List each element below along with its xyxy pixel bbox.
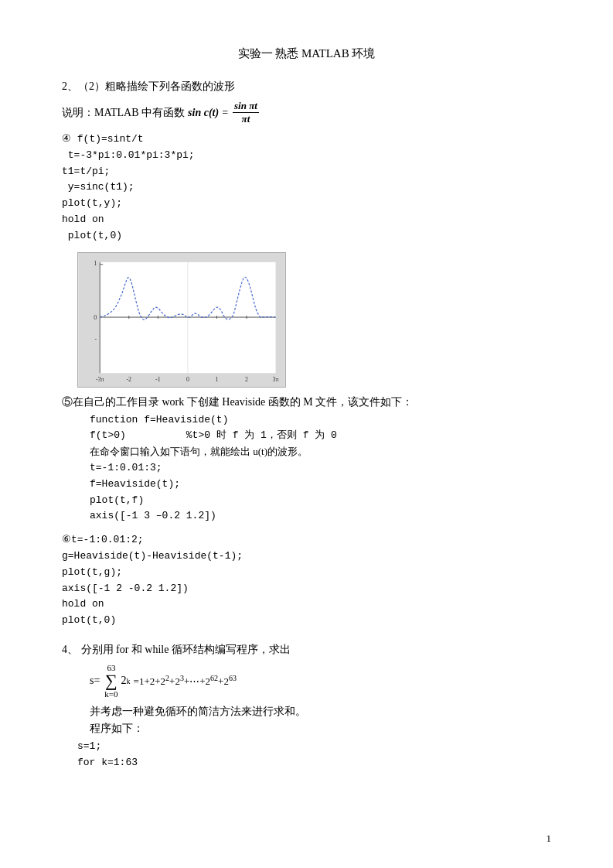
sinc-description: 说明：MATLAB 中有函数 sin c(t) = sin πt πt <box>62 100 551 125</box>
section2-title: 2、（2）粗略描绘下列各函数的波形 <box>62 80 551 94</box>
sum-formula: s= 63 ∑ k=0 2k =1+2+22+23+⋯+262+263 <box>90 663 551 699</box>
item6-line4: axis([-1 2 -0.2 1.2]) <box>62 581 551 597</box>
sigma-notation: 63 ∑ k=0 <box>104 663 117 699</box>
sum-expanded: =1+2+22+23+⋯+262+263 <box>134 674 237 688</box>
item6-label: ⑥t=-1:0.01:2; <box>62 532 551 548</box>
svg-text:-: - <box>95 335 97 342</box>
item6-code: ⑥t=-1:0.01:2; g=Heaviside(t)-Heaviside(t… <box>62 532 551 629</box>
equals-sign: = <box>222 107 228 119</box>
page-number: 1 <box>547 832 552 845</box>
fraction-denominator: πt <box>240 113 252 125</box>
item4-line6: hold on <box>62 212 551 228</box>
header-title: 实验一 熟悉 MATLAB 环境 <box>238 47 376 60</box>
svg-text:3π: 3π <box>273 376 279 383</box>
item4-line3: t1=t/pi; <box>62 164 551 180</box>
section4-remark: 并考虑一种避免循环的简洁方法来进行求和。 <box>90 705 551 719</box>
fraction-numerator: sin πt <box>233 100 259 113</box>
item5-line7: axis([-1 3 –0.2 1.2]) <box>90 508 551 525</box>
description-prefix: 说明：MATLAB 中有函数 <box>62 106 185 120</box>
section4-program-label: 程序如下： <box>90 722 551 736</box>
sinc-fraction: sin πt πt <box>233 100 259 125</box>
item4-line4: y=sinc(t1); <box>62 179 551 196</box>
item5-line6: plot(t,f) <box>90 493 551 509</box>
item5-header: ⑤在自己的工作目录 work 下创建 Heaviside 函数的 M 文件，该文… <box>62 395 551 409</box>
svg-text:1: 1 <box>215 376 218 383</box>
item5-line4: t=-1:0.01:3; <box>90 460 551 477</box>
section4-line2: for k=1:63 <box>77 755 551 771</box>
page: 实验一 熟悉 MATLAB 环境 2、（2）粗略描绘下列各函数的波形 说明：MA… <box>0 0 613 868</box>
svg-text:2: 2 <box>245 376 248 383</box>
sinc-function-name: sin c(t) <box>188 107 219 119</box>
item6-line5: hold on <box>62 596 551 613</box>
svg-text:-1: -1 <box>155 376 161 383</box>
item6-line2: g=Heaviside(t)-Heaviside(t-1); <box>62 548 551 565</box>
item5-block: ⑤在自己的工作目录 work 下创建 Heaviside 函数的 M 文件，该文… <box>62 395 551 525</box>
item4-line2: t=-3*pi:0.01*pi:3*pi; <box>62 148 551 164</box>
sigma-symbol: ∑ <box>105 672 117 689</box>
svg-text:-2: -2 <box>126 376 131 383</box>
section4-code: s=1; for k=1:63 <box>77 739 551 771</box>
item5-line3: 在命令窗口输入如下语句，就能绘出 u(t)的波形。 <box>90 444 551 460</box>
section4-title: 4、 分别用 for 和 while 循环结构编写程序，求出 <box>62 643 551 657</box>
section4-line1: s=1; <box>77 739 551 755</box>
item4-code: ④ f(t)=sint/t t=-3*pi:0.01*pi:3*pi; t1=t… <box>62 132 551 244</box>
svg-text:0: 0 <box>94 314 97 321</box>
item5-line1: function f=Heaviside(t) <box>90 412 551 429</box>
sigma-bottom: k=0 <box>104 689 117 699</box>
svg-text:1: 1 <box>94 259 97 266</box>
page-header: 实验一 熟悉 MATLAB 环境 <box>62 46 551 61</box>
svg-text:-3π: -3π <box>96 376 104 383</box>
sinc-graph-svg: -3π -2 -1 0 1 2 3π 1 0 - <box>78 253 285 387</box>
item5-code: function f=Heaviside(t) f(t>0) %t>0 时 f … <box>90 412 551 525</box>
sinc-graph: -3π -2 -1 0 1 2 3π 1 0 - <box>77 252 286 388</box>
item4-line5: plot(t,y); <box>62 196 551 212</box>
sum-s-label: s= <box>90 675 100 687</box>
item5-line5: f=Heaviside(t); <box>90 477 551 493</box>
item6-line6: plot(t,0) <box>62 613 551 629</box>
item6-block: ⑥t=-1:0.01:2; g=Heaviside(t)-Heaviside(t… <box>62 532 551 629</box>
item4-block: ④ f(t)=sint/t t=-3*pi:0.01*pi:3*pi; t1=t… <box>62 132 551 244</box>
item4-line1: ④ f(t)=sint/t <box>62 132 551 148</box>
item4-line7: plot(t,0) <box>62 228 551 244</box>
section4-block: 4、 分别用 for 和 while 循环结构编写程序，求出 s= 63 ∑ k… <box>62 643 551 771</box>
power-expression: 2k <box>121 675 131 687</box>
item6-line3: plot(t,g); <box>62 565 551 581</box>
svg-text:0: 0 <box>186 376 189 383</box>
item5-line2: f(t>0) %t>0 时 f 为 1，否则 f 为 0 <box>90 428 551 444</box>
